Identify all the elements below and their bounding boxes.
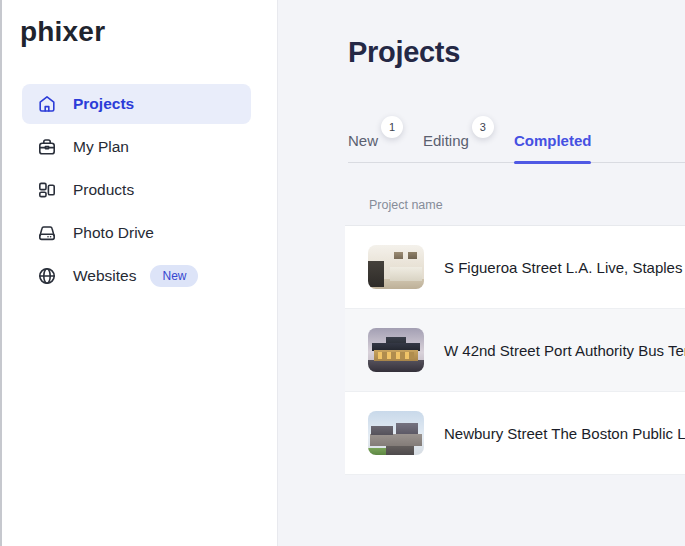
active-tab-underline [514, 161, 592, 164]
window-left-edge [0, 0, 2, 546]
project-name: Newbury Street The Boston Public Library [444, 425, 685, 442]
app-logo: phixer [20, 16, 105, 48]
home-icon [37, 94, 57, 114]
sidebar-item-label: Photo Drive [73, 224, 154, 242]
project-status-tabs: New 1 Editing 3 Completed [348, 116, 685, 163]
sidebar-item-label: Products [73, 181, 134, 199]
tab-completed[interactable]: Completed [514, 132, 592, 162]
sidebar-item-label: My Plan [73, 138, 129, 156]
project-thumbnail-interior-living-room [368, 245, 424, 289]
page-title: Projects [348, 36, 460, 69]
project-name: S Figueroa Street L.A. Live, Staples Cen… [444, 259, 685, 276]
table-row[interactable]: Newbury Street The Boston Public Library [345, 392, 685, 475]
tab-count-badge: 1 [381, 116, 403, 138]
project-name: W 42nd Street Port Authority Bus Termina… [444, 342, 685, 359]
drive-icon [37, 223, 57, 243]
sidebar-item-projects[interactable]: Projects [22, 84, 251, 124]
sidebar-nav: Projects My Plan Products [22, 84, 251, 299]
tab-label: Editing [423, 132, 469, 162]
sidebar-item-products[interactable]: Products [22, 170, 251, 210]
column-header-project-name: Project name [369, 198, 443, 212]
sidebar-item-my-plan[interactable]: My Plan [22, 127, 251, 167]
sidebar-item-photo-drive[interactable]: Photo Drive [22, 213, 251, 253]
sidebar-item-websites[interactable]: Websites New [22, 256, 251, 296]
sidebar: phixer Projects My Plan [0, 0, 278, 546]
products-icon [37, 180, 57, 200]
table-row[interactable]: S Figueroa Street L.A. Live, Staples Cen… [345, 226, 685, 309]
tab-label: New [348, 132, 378, 162]
projects-table: Project name S Figueroa Street L.A. Live… [345, 185, 685, 475]
tab-new[interactable]: New 1 [348, 116, 403, 162]
tab-editing[interactable]: Editing 3 [423, 116, 494, 162]
table-header-row: Project name [345, 185, 685, 226]
briefcase-icon [37, 137, 57, 157]
new-badge: New [150, 265, 198, 287]
project-thumbnail-house-day [368, 411, 424, 455]
globe-icon [37, 266, 57, 286]
tab-count-badge: 3 [472, 116, 494, 138]
project-thumbnail-house-dusk [368, 328, 424, 372]
main-content: Projects New 1 Editing 3 Completed Proje… [279, 0, 685, 546]
sidebar-item-label: Websites [73, 267, 136, 285]
sidebar-item-label: Projects [73, 95, 134, 113]
tab-label: Completed [514, 132, 592, 162]
table-row[interactable]: W 42nd Street Port Authority Bus Termina… [345, 309, 685, 392]
